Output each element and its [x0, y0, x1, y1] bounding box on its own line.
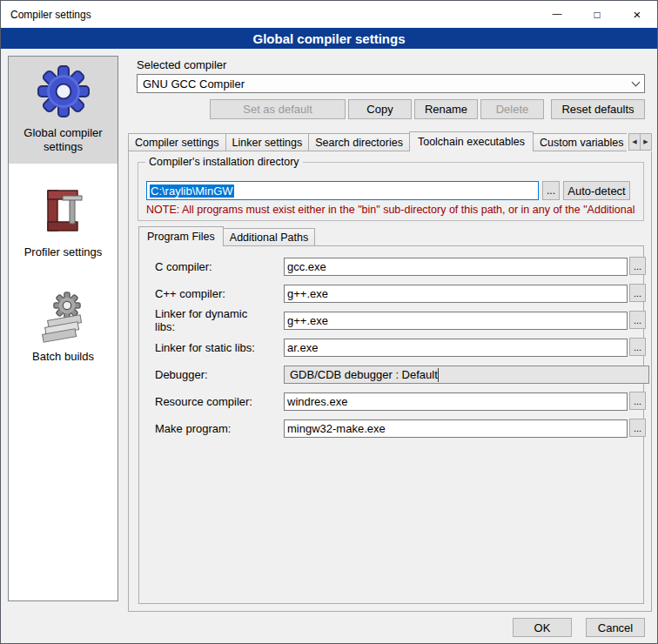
- copy-button[interactable]: Copy: [348, 99, 412, 119]
- reset-defaults-button[interactable]: Reset defaults: [551, 99, 645, 119]
- tab-compiler-settings[interactable]: Compiler settings: [128, 133, 226, 151]
- tab-program-files[interactable]: Program Files: [138, 226, 224, 246]
- make-program-browse-button[interactable]: ...: [629, 419, 646, 437]
- settings-tabstrip: Compiler settings Linker settings Search…: [128, 131, 652, 151]
- field-row-debugger: Debugger: GDB/CDB debugger : Default: [155, 365, 643, 384]
- profiler-clamp-icon: [36, 184, 91, 239]
- blue-gear-icon: [36, 64, 91, 120]
- field-label: Linker for dynamic libs:: [155, 307, 268, 333]
- field-label: Make program:: [155, 422, 268, 435]
- installation-directory-row: C:\raylib\MinGW ... Auto-detect: [146, 181, 630, 200]
- minimize-icon: —: [553, 8, 562, 18]
- sidebar-item-profiler-settings[interactable]: Profiler settings: [9, 176, 118, 268]
- cpp-compiler-browse-button[interactable]: ...: [629, 284, 646, 302]
- delete-button[interactable]: Delete: [480, 99, 544, 119]
- field-row-resource-compiler: Resource compiler: windres.exe ...: [155, 392, 643, 411]
- settings-tabs: Compiler settings Linker settings Search…: [128, 131, 652, 151]
- tab-linker-settings[interactable]: Linker settings: [225, 133, 310, 151]
- static-linker-input[interactable]: ar.exe: [284, 339, 628, 357]
- window-title: Compiler settings: [10, 9, 91, 21]
- maximize-button[interactable]: □: [577, 1, 617, 28]
- field-value: g++.exe: [287, 314, 328, 327]
- installation-directory-browse-button[interactable]: ...: [542, 181, 560, 200]
- installation-directory-group: Compiler's installation directory C:\ray…: [138, 162, 644, 221]
- installation-directory-input[interactable]: C:\raylib\MinGW: [146, 181, 539, 200]
- c-compiler-browse-button[interactable]: ...: [629, 257, 646, 275]
- sidebar-item-global-compiler-settings[interactable]: Global compiler settings: [9, 57, 118, 164]
- tab-scroll-buttons: ◀ ▶: [627, 133, 652, 151]
- batch-builds-gear-stack-icon: [36, 288, 91, 344]
- sidebar-item-label: Profiler settings: [24, 245, 103, 259]
- titlebar: Compiler settings — □ ×: [1, 1, 657, 28]
- tab-scroll-left-icon[interactable]: ◀: [628, 133, 641, 151]
- field-row-cpp-compiler: C++ compiler: g++.exe ...: [155, 284, 643, 303]
- page-title: Global compiler settings: [1, 28, 657, 49]
- close-button[interactable]: ×: [617, 1, 657, 28]
- cpp-compiler-input[interactable]: g++.exe: [284, 285, 628, 303]
- program-files-panel: C compiler: gcc.exe ... C++ compiler: g+…: [138, 245, 644, 604]
- compiler-actions: Set as default Copy Rename Delete Reset …: [137, 99, 645, 119]
- tab-scroll-right-icon[interactable]: ▶: [640, 133, 652, 151]
- cancel-button[interactable]: Cancel: [586, 618, 645, 637]
- selected-compiler-label: Selected compiler: [137, 58, 226, 71]
- rename-button[interactable]: Rename: [414, 99, 478, 119]
- ok-button[interactable]: OK: [513, 618, 572, 637]
- field-value: windres.exe: [287, 395, 347, 408]
- static-linker-browse-button[interactable]: ...: [629, 338, 646, 356]
- make-program-input[interactable]: mingw32-make.exe: [284, 419, 628, 438]
- installation-directory-group-title: Compiler's installation directory: [145, 156, 303, 168]
- tab-additional-paths[interactable]: Additional Paths: [223, 228, 315, 245]
- chevron-down-icon: [438, 368, 439, 381]
- dynamic-linker-browse-button[interactable]: ...: [629, 311, 646, 329]
- c-compiler-input[interactable]: gcc.exe: [284, 258, 628, 276]
- field-value: gcc.exe: [287, 260, 326, 273]
- field-row-make-program: Make program: mingw32-make.exe ...: [155, 419, 643, 438]
- field-label: Resource compiler:: [155, 395, 268, 408]
- field-label: C compiler:: [155, 260, 268, 273]
- tab-search-directories[interactable]: Search directories: [308, 133, 410, 151]
- program-tabs: Program Files Additional Paths: [138, 226, 315, 246]
- installation-directory-value: C:\raylib\MinGW: [150, 184, 234, 198]
- resource-compiler-browse-button[interactable]: ...: [629, 392, 646, 410]
- field-label: Debugger:: [155, 368, 268, 381]
- tab-toolchain-executables[interactable]: Toolchain executables: [409, 131, 534, 151]
- field-value: ar.exe: [287, 341, 318, 354]
- settings-category-list: Global compiler settings Profiler settin…: [8, 56, 118, 601]
- close-icon: ×: [634, 7, 641, 22]
- compiler-settings-window: Compiler settings — □ × Global compiler …: [0, 0, 658, 644]
- field-row-c-compiler: C compiler: gcc.exe ...: [155, 257, 643, 276]
- field-value: mingw32-make.exe: [287, 422, 386, 435]
- tab-custom-variables[interactable]: Custom variables: [533, 133, 631, 151]
- dynamic-linker-input[interactable]: g++.exe: [284, 312, 628, 330]
- chevron-down-icon: [628, 76, 643, 91]
- set-as-default-button[interactable]: Set as default: [210, 99, 346, 119]
- compiler-select[interactable]: GNU GCC Compiler: [137, 74, 645, 93]
- toolchain-executables-panel: Compiler's installation directory C:\ray…: [128, 151, 652, 612]
- resource-compiler-input[interactable]: windres.exe: [284, 392, 628, 411]
- field-label: Linker for static libs:: [155, 341, 268, 354]
- minimize-button[interactable]: —: [537, 1, 577, 28]
- field-label: C++ compiler:: [155, 287, 268, 300]
- field-row-dynamic-linker: Linker for dynamic libs: g++.exe ...: [155, 311, 643, 330]
- window-controls: — □ ×: [537, 1, 657, 28]
- compiler-select-value: GNU GCC Compiler: [143, 77, 245, 91]
- debugger-select-value: GDB/CDB debugger : Default: [290, 368, 438, 381]
- maximize-icon: □: [594, 9, 600, 21]
- bin-subdirectory-note: NOTE: All programs must exist either in …: [146, 204, 641, 216]
- sidebar-item-label: Global compiler settings: [12, 126, 114, 155]
- debugger-select[interactable]: GDB/CDB debugger : Default: [284, 366, 649, 384]
- sidebar-item-batch-builds[interactable]: Batch builds: [9, 280, 118, 372]
- auto-detect-button[interactable]: Auto-detect: [563, 181, 630, 200]
- field-value: g++.exe: [287, 287, 328, 300]
- sidebar-item-label: Batch builds: [32, 350, 94, 364]
- field-row-static-linker: Linker for static libs: ar.exe ...: [155, 338, 643, 357]
